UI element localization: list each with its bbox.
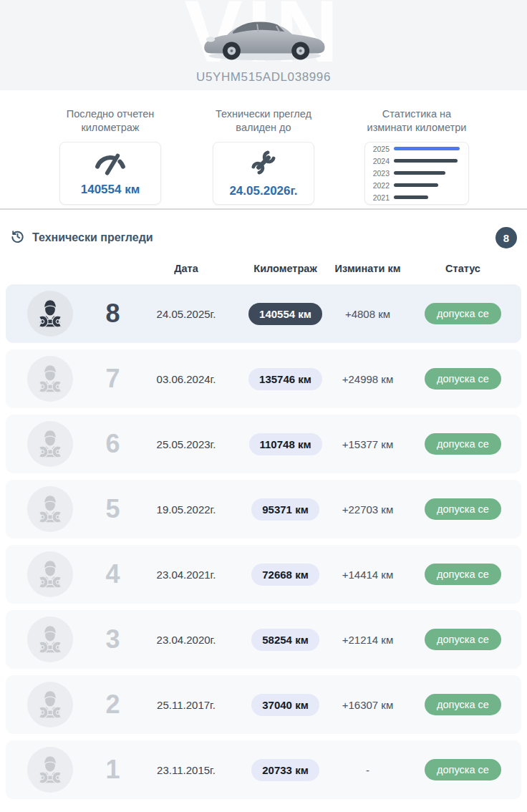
table-header: Дата Километраж Изминати км Статус <box>6 261 521 284</box>
status-pill: допуска се <box>425 368 501 390</box>
avatar <box>27 682 73 728</box>
status-pill: допуска се <box>425 433 501 455</box>
card-label: Последно отчетен километраж <box>42 107 178 135</box>
chart-bar <box>394 195 428 199</box>
table-row[interactable]: 7 03.06.2024г. 135746 км +24998 км допус… <box>6 349 521 408</box>
odometer-pill: 37040 км <box>251 694 319 716</box>
chart-bar <box>394 171 445 175</box>
chart-bar <box>394 159 458 163</box>
chart-year-label: 2025 <box>369 145 390 153</box>
inspection-date: 25.11.2017г. <box>132 699 240 711</box>
status-pill: допуска се <box>425 759 501 780</box>
mechanic-icon <box>32 359 69 399</box>
inspections-list: 8 24.05.2025г. 140554 км +4808 км допуск… <box>6 284 521 799</box>
mechanic-icon <box>32 294 69 334</box>
avatar <box>27 291 73 337</box>
odometer-pill: 140554 км <box>248 303 322 325</box>
car-image <box>193 0 334 69</box>
count-badge: 8 <box>495 227 517 248</box>
inspection-number: 5 <box>93 494 132 524</box>
table-row[interactable]: 6 25.05.2023г. 110748 км +15377 км допус… <box>6 415 521 473</box>
avatar <box>27 617 73 662</box>
card-label: Технически преглед валиден до <box>195 107 332 135</box>
avatar <box>27 551 73 597</box>
distance-value: +15377 км <box>331 438 405 450</box>
mechanic-icon <box>32 685 69 725</box>
inspection-date: 19.05.2022г. <box>132 503 240 516</box>
vehicle-hero: VIN U5YHM515ADL038996 <box>0 0 527 90</box>
odometer-pill: 20733 км <box>251 759 319 781</box>
inspection-date: 23.11.2015г. <box>132 764 240 776</box>
status-pill: допуска се <box>425 564 501 585</box>
chart-year-label: 2021 <box>369 193 390 202</box>
inspection-date: 24.05.2025г. <box>132 308 240 320</box>
inspection-number: 2 <box>93 690 132 720</box>
inspection-number: 6 <box>93 429 132 459</box>
summary-card-statistics: Статистика на изминати километри 2025202… <box>349 107 485 208</box>
summary-cards: Последно отчетен километраж 140554 км Те… <box>0 90 527 210</box>
odometer-pill: 58254 км <box>251 629 319 651</box>
section-title: Технически прегледи <box>32 231 153 244</box>
avatar <box>27 486 73 532</box>
avatar <box>27 747 73 793</box>
mechanic-icon <box>32 619 69 659</box>
distance-value: +14414 км <box>331 569 405 581</box>
vin-text: U5YHM515ADL038996 <box>0 70 527 84</box>
inspection-number: 1 <box>93 755 132 785</box>
distance-value: +4808 км <box>331 308 405 320</box>
distance-value: +24998 км <box>331 373 405 385</box>
table-row[interactable]: 8 24.05.2025г. 140554 км +4808 км допуск… <box>6 284 521 343</box>
card-label: Статистика на изминати километри <box>349 107 485 135</box>
inspection-date: 23.04.2021г. <box>132 569 240 581</box>
avatar <box>27 356 73 402</box>
inspection-number: 3 <box>93 624 132 654</box>
avatar <box>27 421 73 467</box>
odometer-pill: 72668 км <box>251 564 319 586</box>
table-row[interactable]: 4 23.04.2021г. 72668 км +14414 км допуск… <box>6 545 521 604</box>
distance-value: +16307 км <box>331 699 405 711</box>
valid-until-value: 24.05.2026г. <box>229 184 297 198</box>
mechanic-icon <box>32 750 69 790</box>
chart-year-label: 2024 <box>369 157 390 165</box>
status-pill: допуска се <box>425 629 501 650</box>
chart-bar <box>394 147 460 150</box>
odometer-pill: 95371 км <box>251 498 319 521</box>
table-row[interactable]: 5 19.05.2022г. 95371 км +22703 км допуск… <box>6 480 521 538</box>
inspection-number: 8 <box>93 299 132 329</box>
mechanic-icon <box>32 489 69 529</box>
inspection-date: 25.05.2023г. <box>132 438 240 450</box>
odometer-pill: 135746 км <box>248 368 322 390</box>
summary-card-odometer: Последно отчетен километраж 140554 км <box>42 107 178 208</box>
distance-value: +22703 км <box>331 503 405 516</box>
history-icon <box>10 229 25 247</box>
table-row[interactable]: 1 23.11.2015г. 20733 км - допуска се <box>6 740 521 799</box>
column-header-date: Дата <box>132 263 240 274</box>
column-header-status: Статус <box>405 263 521 274</box>
column-header-odometer: Километраж <box>240 263 331 274</box>
distance-value: - <box>331 764 405 776</box>
odometer-card-box: 140554 км <box>59 142 161 205</box>
status-pill: допуска се <box>425 303 501 324</box>
column-header-distance: Изминати км <box>331 263 405 274</box>
mechanic-icon <box>32 424 69 464</box>
inspection-number: 7 <box>93 364 132 394</box>
chart-bar <box>394 183 438 187</box>
wrench-icon <box>248 148 279 180</box>
inspection-date: 23.04.2020г. <box>132 634 240 646</box>
inspection-date: 03.06.2024г. <box>132 373 240 385</box>
table-row[interactable]: 2 25.11.2017г. 37040 км +16307 км допуск… <box>6 675 521 734</box>
inspection-number: 4 <box>93 559 132 589</box>
status-pill: допуска се <box>425 498 501 520</box>
summary-card-valid-until: Технически преглед валиден до 24.05.2026… <box>195 107 332 208</box>
distance-value: +21214 км <box>331 634 405 646</box>
speedometer-icon <box>92 149 129 179</box>
chart-year-label: 2023 <box>369 169 390 178</box>
table-row[interactable]: 3 23.04.2020г. 58254 км +21214 км допуск… <box>6 610 521 669</box>
odometer-pill: 110748 км <box>249 433 322 455</box>
valid-until-card-box: 24.05.2026г. <box>213 142 314 205</box>
inspections-section-header: Технически прегледи 8 <box>0 210 527 261</box>
mechanic-icon <box>32 554 69 594</box>
mileage-chart: 20252024202320222021 <box>364 142 469 205</box>
chart-year-label: 2022 <box>369 181 390 190</box>
last-odometer-value: 140554 км <box>81 183 140 197</box>
